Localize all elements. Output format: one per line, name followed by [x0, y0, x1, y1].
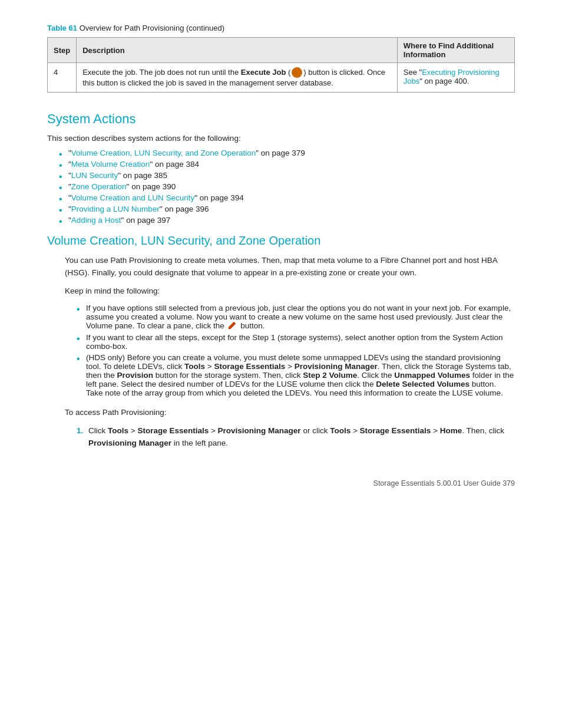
cell-description: Execute the job. The job does not run un… [77, 63, 398, 93]
volume-creation-content: You can use Path Provisioning to create … [65, 255, 515, 450]
volume-para1: You can use Path Provisioning to create … [65, 255, 515, 279]
list-item: "Zone Operation" on page 390 [59, 182, 515, 191]
storage-essentials-step1b: Storage Essentials [360, 426, 431, 435]
provision-label: Provision [117, 371, 154, 380]
list-item: "Providing a LUN Number" on page 396 [59, 205, 515, 213]
pencil-icon [226, 321, 240, 330]
provisioning-manager-label: Provisioning Manager [295, 362, 378, 371]
tools-step1b: Tools [330, 426, 351, 435]
overview-table: Step Description Where to Find Additiona… [47, 37, 515, 93]
list-item-hds: (HDS only) Before you can create a volum… [77, 353, 515, 397]
execute-job-icon [292, 67, 302, 78]
link-adding-host[interactable]: Adding a Host [71, 216, 121, 225]
tools-label: Tools [184, 362, 205, 371]
list-item: "Volume Creation and LUN Security" on pa… [59, 193, 515, 202]
access-steps: 1. Click Tools > Storage Essentials > Pr… [77, 425, 515, 450]
list-item-clear-pane: If you have options still selected from … [77, 304, 515, 331]
link-lun-number[interactable]: Providing a LUN Number [71, 205, 160, 213]
system-actions-list: "Volume Creation, LUN Security, and Zone… [59, 149, 515, 225]
volume-bullets: If you have options still selected from … [77, 304, 515, 397]
list-item: "Volume Creation, LUN Security, and Zone… [59, 149, 515, 157]
unmapped-volumes-label: Unmapped Volumes [394, 371, 470, 380]
step-1: 1. Click Tools > Storage Essentials > Pr… [77, 425, 515, 450]
access-intro: To access Path Provisioning: [65, 407, 515, 419]
step2-label: Step 2 Volume [303, 371, 357, 380]
cell-info: See "Executing Provisioning Jobs" on pag… [397, 63, 514, 93]
table-caption-text: Overview for Path Provisioning (continue… [80, 24, 224, 32]
system-actions-intro: This section describes system actions fo… [47, 134, 515, 143]
storage-essentials-step1: Storage Essentials [137, 426, 209, 435]
home-step1: Home [440, 426, 462, 435]
col-step: Step [48, 38, 77, 63]
volume-creation-heading: Volume Creation, LUN Security, and Zone … [47, 234, 515, 248]
executing-jobs-link[interactable]: Executing Provisioning Jobs [404, 68, 500, 85]
list-item: "Adding a Host" on page 397 [59, 216, 515, 225]
list-item-clear-steps: If you want to clear all the steps, exce… [77, 333, 515, 351]
col-info: Where to Find Additional Information [397, 38, 514, 63]
link-volume-creation-zone[interactable]: Volume Creation, LUN Security, and Zone … [71, 149, 256, 157]
cell-step: 4 [48, 63, 77, 93]
storage-essentials-label: Storage Essentials [214, 362, 285, 371]
volume-para2: Keep in mind the following: [65, 285, 515, 298]
link-meta-volume[interactable]: Meta Volume Creation [71, 160, 150, 169]
table-row: 4 Execute the job. The job does not run … [48, 63, 515, 93]
list-item: "Meta Volume Creation" on page 384 [59, 160, 515, 169]
link-lun-security[interactable]: LUN Security [71, 171, 118, 180]
footer-text: Storage Essentials 5.00.01 User Guide 37… [373, 479, 515, 487]
table-label: Table 61 [47, 24, 77, 32]
step-num: 1. [77, 425, 83, 437]
provisioning-manager-step1b: Provisioning Manager [88, 439, 171, 447]
link-volume-lun-security[interactable]: Volume Creation and LUN Security [71, 193, 194, 202]
tools-step1: Tools [108, 426, 128, 435]
col-description: Description [77, 38, 398, 63]
table-caption: Table 61 Overview for Path Provisioning … [47, 24, 515, 32]
list-item: "LUN Security" on page 385 [59, 171, 515, 180]
system-actions-heading: System Actions [47, 111, 515, 127]
delete-volumes-label: Delete Selected Volumes [376, 380, 470, 388]
execute-job-label: Execute Job [241, 68, 286, 77]
provisioning-manager-step1: Provisioning Manager [218, 426, 301, 435]
page-footer: Storage Essentials 5.00.01 User Guide 37… [47, 473, 515, 487]
link-zone-operation[interactable]: Zone Operation [71, 182, 127, 191]
